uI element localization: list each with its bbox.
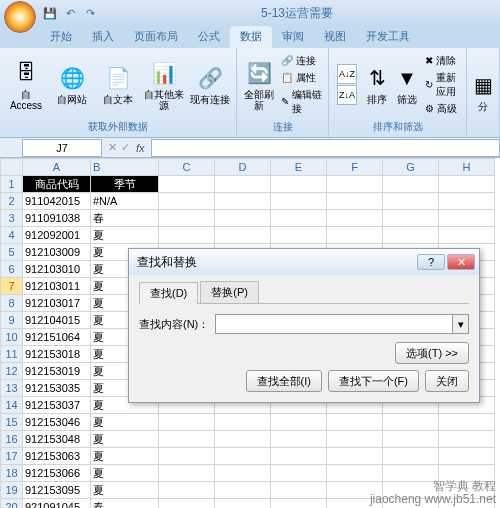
formula-input[interactable]	[151, 139, 500, 157]
cell[interactable]: 912153063	[23, 448, 91, 465]
properties-button[interactable]: 📋属性	[279, 70, 324, 86]
cell[interactable]	[439, 176, 495, 193]
cell[interactable]: 春	[91, 499, 159, 509]
from-text-button[interactable]: 📄自文本	[96, 53, 140, 117]
cell[interactable]	[159, 414, 215, 431]
row-header[interactable]: 11	[1, 346, 23, 363]
help-icon[interactable]: ?	[417, 254, 445, 270]
sort-asc-button[interactable]: A↓Z	[337, 64, 357, 84]
enter-icon[interactable]: ✓	[121, 141, 130, 154]
cell[interactable]: 912103010	[23, 261, 91, 278]
col-header-H[interactable]: H	[439, 159, 495, 176]
row-header[interactable]: 15	[1, 414, 23, 431]
tab-replace[interactable]: 替换(P)	[200, 281, 259, 303]
row-header[interactable]: 2	[1, 193, 23, 210]
edit-links-button[interactable]: ✎编辑链接	[279, 87, 324, 117]
cell[interactable]	[439, 227, 495, 244]
cell[interactable]	[215, 448, 271, 465]
cell[interactable]: 912153046	[23, 414, 91, 431]
row-header[interactable]: 12	[1, 363, 23, 380]
cell[interactable]	[159, 431, 215, 448]
close-button[interactable]: 关闭	[425, 370, 469, 392]
cell[interactable]	[271, 499, 327, 509]
cell[interactable]: 912103011	[23, 278, 91, 295]
cell[interactable]	[327, 210, 383, 227]
from-access-button[interactable]: 🗄自 Access	[4, 53, 48, 117]
cell[interactable]	[327, 431, 383, 448]
redo-icon[interactable]: ↷	[82, 5, 98, 21]
cell[interactable]: 912103017	[23, 295, 91, 312]
cell[interactable]	[271, 414, 327, 431]
cell[interactable]: 912153037	[23, 397, 91, 414]
cell[interactable]	[439, 431, 495, 448]
ribbon-tab-0[interactable]: 开始	[40, 26, 82, 48]
row-header[interactable]: 4	[1, 227, 23, 244]
cell[interactable]	[159, 465, 215, 482]
row-header[interactable]: 17	[1, 448, 23, 465]
row-header[interactable]: 6	[1, 261, 23, 278]
from-web-button[interactable]: 🌐自网站	[50, 53, 94, 117]
cell[interactable]	[159, 210, 215, 227]
cell[interactable]: 夏	[91, 431, 159, 448]
find-all-button[interactable]: 查找全部(I)	[246, 370, 322, 392]
row-header[interactable]: 5	[1, 244, 23, 261]
cell[interactable]: 911042015	[23, 193, 91, 210]
ribbon-tab-3[interactable]: 公式	[188, 26, 230, 48]
row-header[interactable]: 8	[1, 295, 23, 312]
cell[interactable]: 912103009	[23, 244, 91, 261]
row-header[interactable]: 1	[1, 176, 23, 193]
cell[interactable]	[215, 465, 271, 482]
tab-find[interactable]: 查找(D)	[139, 282, 198, 304]
cell[interactable]	[383, 431, 439, 448]
cell[interactable]	[271, 227, 327, 244]
cell[interactable]: 912153066	[23, 465, 91, 482]
cell[interactable]	[215, 227, 271, 244]
text-to-columns-button[interactable]: ▦分	[471, 60, 495, 124]
col-header-E[interactable]: E	[271, 159, 327, 176]
cell[interactable]: 912153018	[23, 346, 91, 363]
ribbon-tab-4[interactable]: 数据	[230, 26, 272, 48]
cell[interactable]	[327, 193, 383, 210]
cell[interactable]: 夏	[91, 448, 159, 465]
row-header[interactable]: 19	[1, 482, 23, 499]
cell[interactable]	[383, 210, 439, 227]
cell[interactable]	[383, 193, 439, 210]
cell[interactable]	[383, 448, 439, 465]
cell[interactable]: 912104015	[23, 312, 91, 329]
cell[interactable]	[327, 176, 383, 193]
cell[interactable]	[271, 465, 327, 482]
col-header-G[interactable]: G	[383, 159, 439, 176]
cell[interactable]: 春	[91, 210, 159, 227]
sort-button[interactable]: ⇅排序	[363, 53, 391, 117]
cell[interactable]: 商品代码	[23, 176, 91, 193]
find-input[interactable]	[215, 314, 453, 334]
col-header-A[interactable]: A	[23, 159, 91, 176]
ribbon-tab-5[interactable]: 审阅	[272, 26, 314, 48]
cell[interactable]	[383, 176, 439, 193]
refresh-all-button[interactable]: 🔄全部刷新	[241, 53, 277, 117]
cell[interactable]	[327, 414, 383, 431]
cell[interactable]	[215, 210, 271, 227]
ribbon-tab-6[interactable]: 视图	[314, 26, 356, 48]
select-all-corner[interactable]	[1, 159, 23, 176]
find-next-button[interactable]: 查找下一个(F)	[328, 370, 419, 392]
ribbon-tab-2[interactable]: 页面布局	[124, 26, 188, 48]
cell[interactable]	[271, 193, 327, 210]
cell[interactable]	[271, 431, 327, 448]
filter-button[interactable]: ▼筛选	[393, 53, 421, 117]
row-header[interactable]: 10	[1, 329, 23, 346]
cell[interactable]	[327, 227, 383, 244]
row-header[interactable]: 13	[1, 380, 23, 397]
cell[interactable]: 夏	[91, 414, 159, 431]
ribbon-tab-7[interactable]: 开发工具	[356, 26, 420, 48]
col-header-D[interactable]: D	[215, 159, 271, 176]
cell[interactable]: 夏	[91, 227, 159, 244]
cell[interactable]	[215, 193, 271, 210]
row-header[interactable]: 9	[1, 312, 23, 329]
close-icon[interactable]: ✕	[447, 254, 475, 270]
connections-button[interactable]: 🔗连接	[279, 53, 324, 69]
cell[interactable]	[271, 448, 327, 465]
row-header[interactable]: 16	[1, 431, 23, 448]
cell[interactable]: 季节	[91, 176, 159, 193]
cell[interactable]	[159, 499, 215, 509]
